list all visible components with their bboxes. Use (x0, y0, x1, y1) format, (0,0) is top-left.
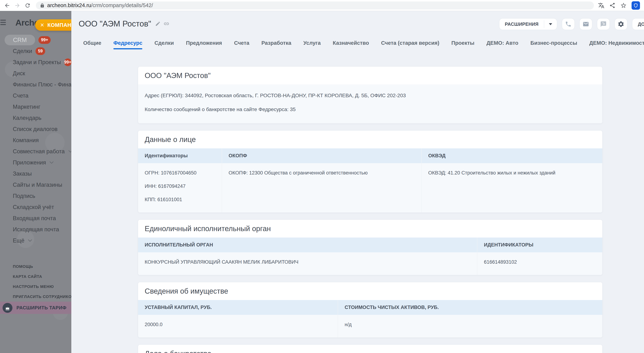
sidebar-item-Компания[interactable]: Компания (0, 135, 71, 146)
email-button[interactable] (580, 18, 592, 30)
tab-Услуга[interactable]: Услуга (304, 36, 321, 49)
sidebar-item-Диск[interactable]: Диск (0, 68, 71, 79)
call-button[interactable] (562, 18, 575, 30)
chevron-down-icon[interactable] (544, 23, 557, 25)
back-icon[interactable] (3, 1, 11, 10)
sidebar-item-Складской учёт[interactable]: Складской учёт (0, 202, 71, 213)
menu-hamburger-icon[interactable] (0, 20, 6, 26)
sidebar-item-Ещё[interactable]: Ещё (0, 235, 71, 246)
table-cell-line: н/д (344, 322, 596, 328)
content-area: ООО "АЭМ Ростов"Адрес (ЕГРЮЛ): 344092, Р… (71, 49, 644, 353)
sidebar-item-Финансы Плюс - Фина...[interactable]: Финансы Плюс - Фина... (0, 79, 71, 90)
sidebar-footer-item[interactable]: НАСТРОИТЬ МЕНЮ (0, 282, 71, 292)
tab-Казначейство[interactable]: Казначейство (333, 36, 369, 49)
extensions-button[interactable]: РАСШИРЕНИЯ (499, 18, 557, 30)
sidebar-item-Задачи и Проекты[interactable]: Задачи и Проекты99+ (0, 57, 71, 68)
card-Сведения об имуществе: Сведения об имуществеУСТАВНЫЙ КАПИТАЛ, Р… (138, 282, 602, 338)
summary-line: Адрес (ЕГРЮЛ): 344092, Ростовская област… (145, 93, 596, 98)
tab-Федресурс[interactable]: Федресурс (114, 36, 142, 49)
table-header-cell: ИСПОЛНИТЕЛЬНЫЙ ОРГАН (138, 238, 477, 252)
tab-Проекты[interactable]: Проекты (452, 36, 474, 49)
sidebar-item-Совместная работа[interactable]: Совместная работа1 (0, 146, 71, 157)
tab-Предложения[interactable]: Предложения (186, 36, 222, 49)
table-cell-line: 20000.0 (145, 322, 331, 328)
card-title: Данные о лице (138, 131, 602, 148)
sidebar-item-label: Диск (13, 70, 25, 77)
sidebar-item-label: Сделки (13, 48, 32, 54)
card-title: Сведения об имуществе (138, 282, 602, 300)
table-row: ОГРН: 1076167004650ИНН: 6167094247КПП: 6… (138, 163, 602, 213)
bitwarden-extension-icon[interactable] (632, 1, 640, 10)
chevron-down-icon (28, 239, 32, 242)
sidebar-item-Сделки[interactable]: Сделки59 (0, 45, 71, 57)
address-bar[interactable]: archeon.bitrix24.ru/crm/company/details/… (36, 1, 594, 9)
table-cell-line: ОКОПФ: 12300 Общества с ограниченной отв… (229, 170, 415, 176)
header-toolbar: РАСШИРЕНИЯ ДОКУМ (499, 18, 644, 30)
bookmark-star-icon[interactable] (620, 2, 627, 9)
upgrade-plan-button[interactable]: РАСШИРИТЬ ТАРИФ (0, 302, 71, 314)
lock-icon (40, 3, 45, 8)
sidebar-footer-item[interactable]: ПОМОЩЬ (0, 262, 71, 272)
documents-button-label: ДОКУМ (632, 21, 644, 27)
sidebar-item-label: Компания (13, 137, 39, 144)
sidebar-footer-menu: ПОМОЩЬКАРТА САЙТАНАСТРОИТЬ МЕНЮПРИГЛАСИТ… (0, 262, 71, 302)
sidebar-item-label: Задачи и Проекты (13, 59, 61, 66)
sidebar-item-label: Финансы Плюс - Фина... (13, 81, 71, 88)
edit-title-icon[interactable] (155, 21, 160, 26)
close-icon[interactable]: × (40, 22, 44, 28)
tab-Разработка[interactable]: Разработка (261, 36, 291, 49)
sidebar-footer-item[interactable]: ПРИГЛАСИТЬ СОТРУДНИКОВ (0, 292, 71, 302)
sidebar-item-label: Исходящая почта (13, 226, 59, 233)
sidebar-item-Список диалогов[interactable]: Список диалогов (0, 123, 71, 135)
copy-link-icon[interactable] (164, 21, 169, 27)
sidebar-item-Маркетинг[interactable]: Маркетинг (0, 101, 71, 112)
browser-toolbar: archeon.bitrix24.ru/crm/company/details/… (0, 0, 644, 11)
sidebar-item-label: Приложения (13, 159, 46, 166)
card-title: ООО "АЭМ Ростов" (138, 67, 602, 84)
sidebar-item-label: Маркетинг (13, 104, 40, 110)
sidebar-item-label: Складской учёт (13, 204, 54, 211)
table-cell: ОКВЭД: 41.20 Строительство жилых и нежил… (421, 163, 602, 213)
documents-button[interactable]: ДОКУМ (632, 18, 644, 30)
refresh-icon[interactable] (24, 1, 32, 10)
tab-Сделки[interactable]: Сделки (154, 36, 174, 49)
chat-button[interactable] (597, 18, 610, 30)
sidebar-item-Исходящая почта[interactable]: Исходящая почта (0, 224, 71, 235)
counter-badge: 99+ (38, 36, 51, 44)
table-cell-line: ОГРН: 1076167004650 (145, 170, 215, 176)
card-title: Единоличный исполнительный орган (138, 220, 602, 238)
tab-Счета (старая версия)[interactable]: Счета (старая версия) (381, 36, 439, 49)
table-row: 20000.0н/д (138, 315, 602, 338)
sidebar-item-label: Совместная работа (13, 148, 65, 155)
sidebar-item-Подпись[interactable]: Подпись (0, 190, 71, 202)
share-icon[interactable] (609, 2, 616, 8)
sidebar-menu: CRM99+Сделки59Задачи и Проекты99+ДискФин… (0, 34, 71, 246)
tab-ДЕМО: Недвижимость[interactable]: ДЕМО: Недвижимость (589, 36, 644, 49)
counter-badge: 99+ (64, 58, 71, 66)
sidebar-item-Входящая почта[interactable]: Входящая почта (0, 213, 71, 224)
forward-icon[interactable] (13, 1, 22, 10)
card-ООО "АЭМ Ростов": ООО "АЭМ Ростов"Адрес (ЕГРЮЛ): 344092, Р… (138, 67, 602, 123)
sidebar-item-label: Заказы (13, 170, 32, 177)
sidebar-item-CRM[interactable]: CRM99+ (0, 34, 71, 45)
table-header-cell: Идентификаторы (138, 148, 222, 163)
sidebar-item-Сайты и Магазины[interactable]: Сайты и Магазины (0, 179, 71, 190)
sidebar-item-Счета[interactable]: Счета (0, 90, 71, 101)
sidebar-item-Заказы[interactable]: Заказы (0, 168, 71, 179)
translate-icon[interactable] (598, 2, 604, 9)
table-cell-line: 616614893102 (484, 259, 596, 265)
settings-gear-button[interactable] (614, 18, 627, 30)
table-header-cell: СТОИМОСТЬ ЧИСТЫХ АКТИВОВ, РУБ. (338, 300, 602, 315)
tab-Бизнес-процессы[interactable]: Бизнес-процессы (530, 36, 577, 49)
tab-Счета[interactable]: Счета (234, 36, 249, 49)
sidebar-item-Приложения[interactable]: Приложения (0, 157, 71, 168)
table-cell-line: ОКВЭД: 41.20 Строительство жилых и нежил… (428, 170, 596, 176)
sidebar-item-label: Подпись (13, 193, 35, 199)
table-cell: 616614893102 (477, 252, 602, 275)
sidebar-footer-item[interactable]: КАРТА САЙТА (0, 272, 71, 282)
page-header: ООО "АЭМ Ростов" РАСШИРЕНИЯ (71, 11, 644, 36)
tab-ДЕМО: Авто[interactable]: ДЕМО: Авто (486, 36, 518, 49)
tab-Общие[interactable]: Общие (83, 36, 101, 49)
company-filter-pill[interactable]: × КОМПАНИЯ (35, 19, 71, 31)
sidebar-item-Календарь[interactable]: Календарь (0, 112, 71, 123)
